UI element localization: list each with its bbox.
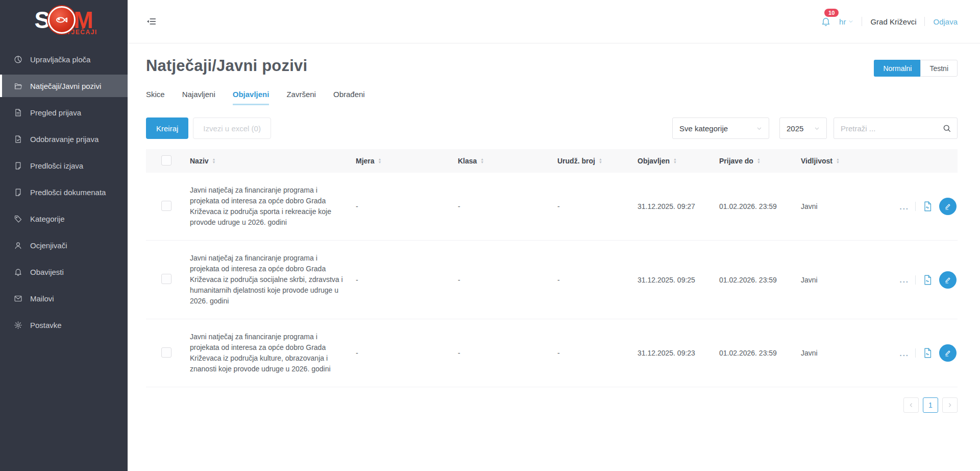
select-all-checkbox[interactable]: [161, 155, 172, 166]
sidebar-item-label: Kategorije: [30, 215, 65, 223]
cell-prijave-do: 01.02.2026. 23:59: [719, 202, 801, 210]
app-logo[interactable]: S M NATJEČAJI: [0, 0, 128, 43]
bell-icon: [821, 16, 831, 27]
sidebar-item-postavke[interactable]: Postavke: [0, 314, 128, 336]
export-excel-button[interactable]: Izvezi u excel (0): [193, 117, 271, 139]
create-button[interactable]: Kreiraj: [146, 117, 188, 139]
sidebar-item-obavijesti[interactable]: Obavijesti: [0, 261, 128, 283]
mode-normal-button[interactable]: Normalni: [874, 60, 920, 77]
year-filter-select[interactable]: 2025: [779, 117, 827, 139]
sidebar-item-predlosci-dokumenata[interactable]: Predlošci dokumenata: [0, 181, 128, 203]
cell-mjera: -: [356, 202, 458, 210]
filters: Sve kategorije 2025: [672, 117, 958, 139]
tab-skice[interactable]: Skice: [146, 90, 165, 105]
pagination-prev-button[interactable]: [903, 397, 919, 413]
column-header-prijave-do[interactable]: Prijave do ▲▼: [719, 157, 801, 165]
ellipsis-icon[interactable]: ...: [899, 349, 909, 358]
search-box: [834, 117, 958, 139]
notifications-button[interactable]: 10: [821, 16, 831, 27]
column-label: Mjera: [356, 157, 375, 165]
tab-zavrseni[interactable]: Završeni: [286, 90, 316, 105]
column-header-mjera[interactable]: Mjera ▲▼: [356, 157, 458, 165]
ellipsis-icon[interactable]: ...: [899, 275, 909, 284]
file-icon: [14, 108, 23, 117]
sort-icon: ▲▼: [836, 158, 840, 164]
column-label: Klasa: [458, 157, 477, 165]
search-icon[interactable]: [942, 124, 951, 133]
column-label: Naziv: [190, 157, 209, 165]
sidebar-item-label: Obavijesti: [30, 268, 64, 276]
row-checkbox[interactable]: [161, 274, 172, 284]
user-icon: [14, 241, 23, 250]
table-header-row: Naziv ▲▼ Mjera ▲▼ Klasa ▲▼ Urudž. broj ▲…: [146, 149, 958, 173]
sidebar-item-upravljacka-ploca[interactable]: Upravljačka ploča: [0, 48, 128, 70]
tabs: Skice Najavljeni Objavljeni Završeni Obr…: [146, 90, 958, 105]
category-filter-select[interactable]: Sve kategorije: [672, 117, 769, 139]
language-selector[interactable]: hr: [839, 17, 853, 26]
divider: [862, 17, 862, 26]
row-actions: ...: [867, 271, 958, 289]
cell-prijave-do: 01.02.2026. 23:59: [719, 276, 801, 284]
column-label: Prijave do: [719, 157, 753, 165]
column-header-klasa[interactable]: Klasa ▲▼: [458, 157, 557, 165]
sidebar-item-label: Predlošci dokumenata: [30, 188, 106, 197]
edit-button[interactable]: [939, 198, 957, 215]
row-checkbox[interactable]: [161, 347, 172, 358]
language-label: hr: [839, 17, 846, 26]
pdf-file-icon[interactable]: [922, 201, 933, 212]
cell-vidljivost: Javni: [801, 276, 867, 284]
row-actions: ...: [867, 344, 958, 362]
cell-klasa: -: [458, 276, 557, 284]
mail-icon: [14, 294, 23, 303]
header-right: 10 hr Grad Križevci Odjava: [821, 16, 958, 27]
pdf-file-icon[interactable]: [922, 347, 933, 359]
pencil-icon: [944, 202, 952, 210]
column-header-urudz-broj[interactable]: Urudž. broj ▲▼: [557, 157, 638, 165]
sidebar-item-natjecaji[interactable]: Natječaji/Javni pozivi: [0, 75, 128, 97]
pdf-file-icon[interactable]: [922, 274, 933, 286]
pagination-next-button[interactable]: [942, 397, 958, 413]
edit-button[interactable]: [939, 344, 957, 362]
divider: [915, 202, 916, 211]
divider: [924, 17, 925, 26]
cell-prijave-do: 01.02.2026. 23:59: [719, 349, 801, 357]
row-checkbox[interactable]: [161, 201, 172, 211]
column-header-vidljivost[interactable]: Vidljivost ▲▼: [801, 157, 867, 165]
mode-toggle: Normalni Testni: [874, 60, 958, 77]
tab-objavljeni[interactable]: Objavljeni: [233, 90, 270, 105]
ellipsis-icon[interactable]: ...: [899, 202, 909, 211]
bell-icon: [14, 267, 23, 276]
toolbar: Kreiraj Izvezi u excel (0) Sve kategorij…: [146, 117, 958, 139]
mode-test-button[interactable]: Testni: [920, 60, 958, 77]
sidebar-item-pregled-prijava[interactable]: Pregled prijava: [0, 101, 128, 124]
tab-obradeni[interactable]: Obrađeni: [333, 90, 365, 105]
logo-circle: [48, 6, 76, 34]
page-content: Natječaji/Javni pozivi Normalni Testni S…: [128, 43, 980, 471]
row-actions: ...: [867, 198, 958, 215]
sidebar-item-odobravanje-prijava[interactable]: Odobravanje prijava: [0, 128, 128, 150]
pagination-page-1[interactable]: 1: [923, 397, 938, 413]
column-header-naziv[interactable]: Naziv ▲▼: [190, 157, 356, 165]
sidebar-item-predlosci-izjava[interactable]: Predlošci izjava: [0, 154, 128, 177]
sidebar-collapse-button[interactable]: [146, 16, 157, 27]
cell-mjera: -: [356, 349, 458, 357]
cell-klasa: -: [458, 349, 557, 357]
sidebar-item-label: Predlošci izjava: [30, 161, 83, 170]
edit-button[interactable]: [939, 271, 957, 289]
table-row: Javni natječaj za financiranje programa …: [146, 173, 958, 241]
column-header-objavljen[interactable]: Objavljen ▲▼: [638, 157, 719, 165]
contest-title: Javni natječaj za financiranje programa …: [190, 332, 344, 374]
notification-badge: 10: [824, 9, 839, 17]
tab-najavljeni[interactable]: Najavljeni: [182, 90, 215, 105]
sidebar-item-ocjenjivaci[interactable]: Ocjenjivači: [0, 234, 128, 256]
search-input[interactable]: [840, 124, 942, 133]
sidebar-item-mailovi[interactable]: Mailovi: [0, 287, 128, 310]
column-label: Objavljen: [638, 157, 670, 165]
contest-title: Javni natječaj za financiranje programa …: [190, 185, 344, 228]
sidebar-item-kategorije[interactable]: Kategorije: [0, 207, 128, 230]
toolbar-left: Kreiraj Izvezi u excel (0): [146, 117, 271, 139]
contest-title: Javni natječaj za financiranje programa …: [190, 253, 344, 307]
sort-icon: ▲▼: [599, 158, 602, 164]
logout-link[interactable]: Odjava: [933, 17, 958, 26]
note-icon: [14, 187, 23, 197]
